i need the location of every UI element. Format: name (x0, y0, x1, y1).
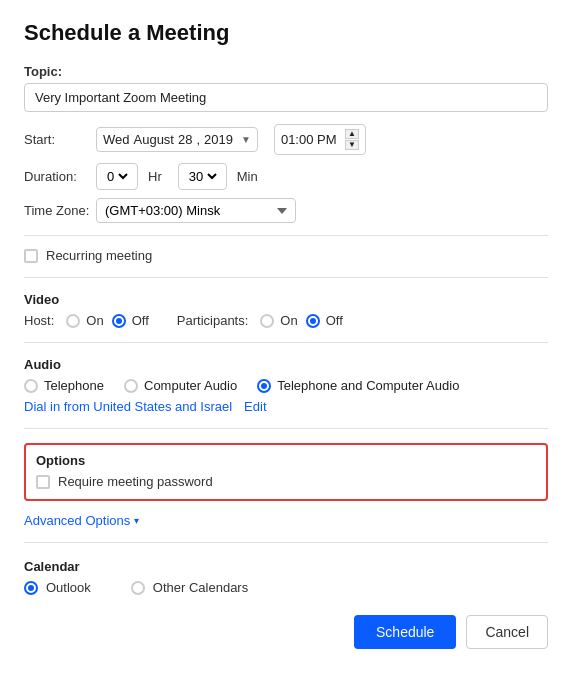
time-increment[interactable]: ▲ (345, 129, 359, 139)
options-section: Options Require meeting password (24, 443, 548, 501)
participants-off-label: Off (326, 313, 343, 328)
timezone-row: Time Zone: (GMT+03:00) Minsk (GMT+00:00)… (24, 198, 548, 223)
participants-label: Participants: (177, 313, 249, 328)
host-on-group: On (66, 313, 103, 328)
audio-telephone-option[interactable]: Telephone (24, 378, 104, 393)
video-row: Host: On Off Participants: On Off (24, 313, 548, 328)
require-password-label: Require meeting password (58, 474, 213, 489)
telephone-radio[interactable] (24, 379, 38, 393)
other-calendars-label: Other Calendars (153, 580, 248, 595)
computer-audio-label: Computer Audio (144, 378, 237, 393)
advanced-chevron-icon: ▾ (134, 515, 139, 526)
host-label: Host: (24, 313, 54, 328)
timezone-label: Time Zone: (24, 203, 96, 218)
computer-audio-radio[interactable] (124, 379, 138, 393)
participants-off-group: Off (306, 313, 343, 328)
cancel-button[interactable]: Cancel (466, 615, 548, 649)
host-off-radio[interactable] (112, 314, 126, 328)
outlook-radio[interactable] (24, 581, 38, 595)
duration-min-select[interactable]: 0153045 (185, 168, 220, 185)
host-on-radio[interactable] (66, 314, 80, 328)
start-date-month: August (134, 132, 174, 147)
start-date-daynum: 28 (178, 132, 192, 147)
audio-options-row: Telephone Computer Audio Telephone and C… (24, 378, 548, 393)
start-date-day: Wed (103, 132, 130, 147)
other-calendars-option[interactable]: Other Calendars (131, 580, 248, 595)
start-date-year: 2019 (204, 132, 233, 147)
dial-in-link[interactable]: Dial in from United States and Israel (24, 399, 232, 414)
hr-unit: Hr (148, 169, 162, 184)
participants-off-radio[interactable] (306, 314, 320, 328)
both-audio-label: Telephone and Computer Audio (277, 378, 459, 393)
host-on-label: On (86, 313, 103, 328)
advanced-options-row: Advanced Options ▾ (24, 513, 548, 543)
recurring-checkbox[interactable] (24, 249, 38, 263)
start-label: Start: (24, 132, 96, 147)
audio-both-option[interactable]: Telephone and Computer Audio (257, 378, 459, 393)
time-decrement[interactable]: ▼ (345, 140, 359, 150)
duration-hr-select-wrapper[interactable]: 0123 (96, 163, 138, 190)
calendar-section: Calendar Outlook Other Calendars (24, 559, 548, 595)
calendar-section-label: Calendar (24, 559, 548, 574)
telephone-label: Telephone (44, 378, 104, 393)
audio-section: Audio Telephone Computer Audio Telephone… (24, 357, 548, 429)
edit-link[interactable]: Edit (244, 399, 266, 414)
options-row: Require meeting password (36, 474, 536, 489)
dial-in-row: Dial in from United States and Israel Ed… (24, 399, 548, 414)
topic-input[interactable] (24, 83, 548, 112)
participants-on-radio[interactable] (260, 314, 274, 328)
recurring-label: Recurring meeting (46, 248, 152, 263)
host-off-label: Off (132, 313, 149, 328)
time-spinner[interactable]: ▲ ▼ (345, 129, 359, 150)
topic-label: Topic: (24, 64, 548, 79)
participants-on-label: On (280, 313, 297, 328)
require-password-checkbox[interactable] (36, 475, 50, 489)
schedule-button[interactable]: Schedule (354, 615, 456, 649)
outlook-option[interactable]: Outlook (24, 580, 91, 595)
participants-on-group: On (260, 313, 297, 328)
start-row: Start: Wed August 28 , 2019 ▼ 01:00 PM ▲… (24, 124, 548, 155)
calendar-options-row: Outlook Other Calendars (24, 580, 548, 595)
duration-min-select-wrapper[interactable]: 0153045 (178, 163, 227, 190)
topic-section: Topic: (24, 64, 548, 112)
page-title: Schedule a Meeting (24, 20, 548, 46)
time-picker[interactable]: 01:00 PM ▲ ▼ (274, 124, 366, 155)
audio-computer-option[interactable]: Computer Audio (124, 378, 237, 393)
audio-section-label: Audio (24, 357, 548, 372)
video-section: Video Host: On Off Participants: On Off (24, 292, 548, 343)
min-unit: Min (237, 169, 258, 184)
both-audio-radio[interactable] (257, 379, 271, 393)
other-calendars-radio[interactable] (131, 581, 145, 595)
timezone-select[interactable]: (GMT+03:00) Minsk (GMT+00:00) UTC (GMT-0… (96, 198, 296, 223)
recurring-row: Recurring meeting (24, 248, 548, 278)
duration-row: Duration: 0123 Hr 0153045 Min (24, 163, 548, 190)
duration-group: 0123 Hr 0153045 Min (96, 163, 258, 190)
advanced-options-label: Advanced Options (24, 513, 130, 528)
duration-label: Duration: (24, 169, 96, 184)
host-off-group: Off (112, 313, 149, 328)
duration-hr-select[interactable]: 0123 (103, 168, 131, 185)
outlook-label: Outlook (46, 580, 91, 595)
advanced-options-link[interactable]: Advanced Options ▾ (24, 513, 548, 528)
date-picker[interactable]: Wed August 28 , 2019 ▼ (96, 127, 258, 152)
video-section-label: Video (24, 292, 548, 307)
options-section-label: Options (36, 453, 536, 468)
start-time-value: 01:00 PM (281, 132, 341, 147)
footer-buttons: Schedule Cancel (24, 615, 548, 649)
